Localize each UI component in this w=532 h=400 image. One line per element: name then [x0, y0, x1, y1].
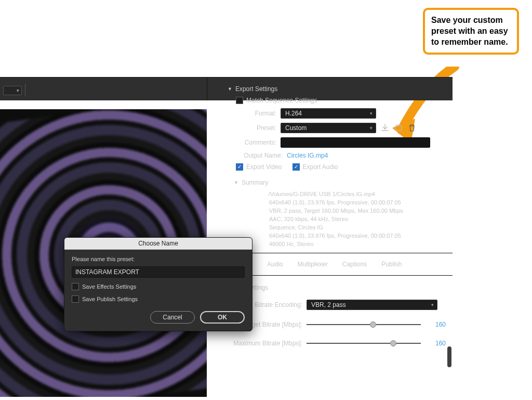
comments-label: Comments:: [236, 139, 276, 146]
max-bitrate-slider[interactable]: [307, 339, 421, 347]
slider-thumb[interactable]: [390, 340, 396, 346]
chevron-down-icon: ▼: [234, 180, 238, 185]
format-select[interactable]: H.264 ▾: [281, 108, 376, 119]
cancel-button[interactable]: Cancel: [150, 311, 195, 324]
format-row: Format: H.264 ▾: [211, 106, 453, 121]
chevron-down-icon: ▾: [431, 302, 434, 307]
save-effects-label: Save Effects Settings: [82, 283, 136, 290]
bitrate-encoding-value: VBR, 2 pass: [311, 301, 346, 308]
preset-name-input[interactable]: [72, 266, 245, 278]
preset-value: Custom: [285, 124, 307, 132]
checkbox-icon: ✓: [236, 163, 243, 171]
checkbox-icon: [236, 97, 243, 104]
export-audio-checkbox[interactable]: ✓ Export Audio: [292, 163, 338, 171]
preview-small-dropdown[interactable]: ▾: [3, 86, 22, 95]
comments-row: Comments:: [211, 135, 453, 150]
svg-rect-1: [395, 126, 402, 131]
export-settings-header[interactable]: ▼ Export Settings: [211, 79, 453, 95]
save-effects-checkbox[interactable]: Save Effects Settings: [72, 278, 245, 290]
checkbox-icon: ✓: [292, 163, 300, 171]
checkbox-icon: [72, 295, 79, 303]
tab-audio[interactable]: Audio: [267, 261, 283, 271]
scrollbar-thumb[interactable]: [447, 346, 451, 367]
export-video-label: Export Video: [246, 163, 282, 171]
save-publish-checkbox[interactable]: Save Publish Settings: [72, 290, 245, 303]
save-preset-icon[interactable]: [380, 123, 390, 133]
summary-output-line3: VBR, 2 pass, Target 160.00 Mbps, Max 160…: [246, 207, 453, 215]
output-name-row: Output Name: Circles IG.mp4: [211, 150, 453, 161]
annotation-callout: Save your custom preset with an easy to …: [423, 8, 519, 55]
comments-input[interactable]: [281, 137, 430, 148]
match-sequence-label: Match Sequence Settings: [246, 97, 317, 104]
match-sequence-row: Match Sequence Settings: [211, 95, 453, 106]
bitrate-encoding-select[interactable]: VBR, 2 pass ▾: [307, 300, 437, 310]
max-bitrate-label: Maximum Bitrate [Mbps]:: [227, 340, 302, 347]
preset-label: Preset:: [236, 124, 276, 132]
delete-preset-icon: [407, 123, 417, 133]
top-divider: [25, 84, 25, 96]
max-bitrate-row: Maximum Bitrate [Mbps]: 160: [211, 334, 453, 353]
output-name-label: Output Name:: [236, 152, 283, 159]
format-label: Format:: [236, 110, 276, 117]
summary-output-line2: 640x640 (1.0), 23.976 fps, Progressive, …: [246, 199, 453, 207]
tab-multiplexer[interactable]: Multiplexer: [298, 261, 328, 271]
slider-thumb[interactable]: [370, 321, 376, 328]
summary-title: Summary: [242, 179, 268, 186]
export-audio-label: Export Audio: [303, 163, 338, 171]
chevron-down-icon: ▾: [370, 125, 373, 131]
summary-source-name: Sequence, Circles IG: [269, 224, 323, 230]
target-bitrate-slider[interactable]: [307, 320, 421, 329]
choose-name-dialog: Choose Name Please name this preset: Sav…: [64, 237, 252, 331]
ok-button[interactable]: OK: [200, 311, 245, 324]
tab-publish[interactable]: Publish: [381, 261, 402, 271]
slider-track: [307, 324, 421, 325]
dialog-title: Choose Name: [138, 240, 178, 247]
preset-row: Preset: Custom ▾: [211, 121, 453, 135]
dialog-prompt: Please name this preset:: [72, 255, 245, 266]
summary-output-line4: AAC, 320 kbps, 44 kHz, Stereo: [246, 215, 453, 224]
target-bitrate-value[interactable]: 160: [425, 321, 446, 328]
chevron-down-icon: ▾: [370, 111, 373, 116]
summary-header[interactable]: ▼ Summary: [211, 173, 453, 188]
slider-track: [307, 343, 421, 344]
chevron-down-icon: ▼: [228, 86, 232, 92]
preset-select[interactable]: Custom ▾: [281, 123, 376, 133]
format-value: H.264: [285, 110, 302, 117]
summary-source-line3: 48000 Hz, Stereo: [246, 240, 453, 249]
chevron-down-icon: ▾: [17, 88, 19, 93]
summary-output-label: Output:: [246, 191, 267, 197]
output-name-link[interactable]: Circles IG.mp4: [287, 152, 328, 159]
export-toggles-row: ✓ Export Video ✓ Export Audio: [211, 161, 453, 173]
import-preset-icon[interactable]: [394, 123, 403, 133]
match-sequence-checkbox[interactable]: Match Sequence Settings: [236, 97, 317, 104]
tab-captions[interactable]: Captions: [342, 261, 367, 271]
summary-output-path: /Volumes/G-DRIVE USB 1/Circles IG.mp4: [269, 191, 375, 197]
checkbox-icon: [72, 283, 79, 290]
export-video-checkbox[interactable]: ✓ Export Video: [236, 163, 282, 171]
max-bitrate-value[interactable]: 160: [425, 340, 446, 347]
export-settings-title: Export Settings: [235, 85, 277, 93]
annotation-text: Save your custom preset with an easy to …: [431, 16, 508, 46]
summary-source-line2: 640x640 (1.0), 23.976 fps, Progressive, …: [246, 232, 453, 240]
save-publish-label: Save Publish Settings: [82, 296, 138, 302]
dialog-titlebar: Choose Name: [64, 238, 252, 250]
dialog-button-row: Cancel OK: [72, 303, 245, 324]
summary-source-label: Source:: [246, 224, 268, 230]
